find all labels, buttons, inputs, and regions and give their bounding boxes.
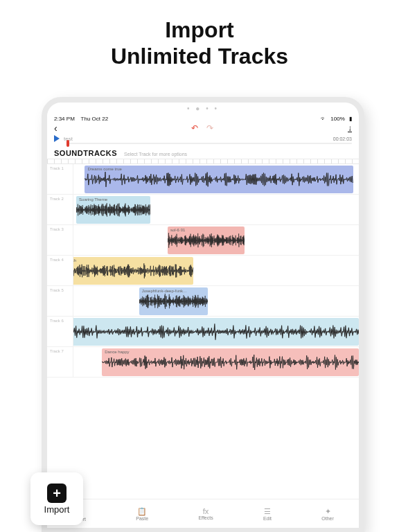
track-row[interactable]: Track 6Enough xyxy=(47,317,359,347)
audio-clip[interactable]: Enough xyxy=(73,318,359,346)
waveform xyxy=(76,200,150,220)
tab-label: Edit xyxy=(263,516,272,521)
soundtracks-label: SOUNDTRACKS xyxy=(54,149,117,157)
nav-bar: ‹ ↶ ↷ ↓ xyxy=(47,122,359,134)
scrub-bar[interactable] xyxy=(47,143,359,146)
waveform xyxy=(102,352,359,373)
track-row[interactable]: Track 5Josephfunk-deep-funk… xyxy=(47,286,359,317)
soundtracks-hint: Select Track for more options xyxy=(124,152,187,157)
track-lane[interactable]: Enough xyxy=(73,317,359,346)
redo-icon[interactable]: ↷ xyxy=(206,123,213,133)
sliders-icon: ☰ xyxy=(264,507,271,516)
battery-percent: 100% xyxy=(330,116,344,122)
battery-icon: ▮ xyxy=(349,116,352,122)
waveform xyxy=(73,321,359,342)
audio-clip[interactable]: sol-6 01 xyxy=(168,227,245,254)
track-lane[interactable]: sol-6 01 xyxy=(73,225,359,255)
tracks-container: Track 1Dreams come trueTrack 2Soaring Th… xyxy=(47,164,359,378)
marketing-line-2: Unlimited Tracks xyxy=(111,44,288,69)
wifi-icon: ᯤ xyxy=(321,116,326,122)
import-callout-label: Import xyxy=(44,504,70,515)
track-lane[interactable]: Nanas Brunch xyxy=(73,256,359,285)
status-date: Thu Oct 22 xyxy=(81,116,109,122)
track-row[interactable]: Track 7Dance happy xyxy=(47,347,359,378)
tab-label: Other xyxy=(321,516,334,521)
back-button[interactable]: ‹ xyxy=(54,123,57,134)
scrub-knob[interactable] xyxy=(66,140,69,147)
soundtracks-header: SOUNDTRACKS Select Track for more option… xyxy=(47,146,359,159)
track-lane-label: Track 5 xyxy=(47,286,73,316)
status-time-date: 2:34 PM Thu Oct 22 xyxy=(54,116,108,122)
audio-clip[interactable]: Dance happy xyxy=(102,348,359,376)
track-lane-label: Track 1 xyxy=(47,164,73,194)
track-row[interactable]: Track 1Dreams come true xyxy=(47,164,359,195)
track-lane[interactable]: Dance happy xyxy=(73,347,359,377)
playhead-time: 00:02:03 xyxy=(333,136,352,141)
track-lane[interactable]: Soaring Theme xyxy=(73,195,359,224)
bottom-tab-bar: ＋ Import 📋 Paste fx Effects ☰ Edit ✦ Oth… xyxy=(47,499,359,528)
player-row: test 00:02:03 xyxy=(47,134,359,143)
tab-effects[interactable]: fx Effects xyxy=(198,507,213,520)
grid-icon: ✦ xyxy=(325,507,331,516)
track-lane[interactable]: Dreams come true xyxy=(73,164,359,194)
track-lane[interactable]: Josephfunk-deep-funk… xyxy=(73,286,359,316)
undo-icon[interactable]: ↶ xyxy=(191,123,198,133)
track-lane-label: Track 7 xyxy=(47,347,73,377)
marketing-line-1: Import xyxy=(165,17,234,42)
status-bar: 2:34 PM Thu Oct 22 ᯤ 100% ▮ xyxy=(47,114,359,122)
track-row[interactable]: Track 2Soaring Theme xyxy=(47,195,359,225)
audio-clip[interactable]: Josephfunk-deep-funk… xyxy=(139,287,208,315)
camera-dots: • ● • • xyxy=(47,103,359,114)
audio-clip[interactable]: Dreams come true xyxy=(85,166,353,193)
tablet-frame: • ● • • 2:34 PM Thu Oct 22 ᯤ 100% ▮ ‹ ↶ … xyxy=(42,97,364,532)
tab-label: Effects xyxy=(198,515,213,520)
waveform xyxy=(73,260,193,281)
tab-label: Paste xyxy=(136,516,148,521)
status-right: ᯤ 100% ▮ xyxy=(318,116,352,122)
marketing-headline: Import Unlimited Tracks xyxy=(0,17,399,70)
download-button[interactable]: ↓ xyxy=(348,123,352,133)
track-lane-label: Track 4 xyxy=(47,256,73,285)
track-lane-label: Track 2 xyxy=(47,195,73,224)
status-time: 2:34 PM xyxy=(54,116,75,122)
fx-icon: fx xyxy=(203,507,209,515)
track-lane-label: Track 3 xyxy=(47,225,73,255)
clipboard-icon: 📋 xyxy=(137,507,147,516)
waveform xyxy=(139,291,208,312)
tab-other[interactable]: ✦ Other xyxy=(321,507,334,521)
audio-clip[interactable]: Soaring Theme xyxy=(76,196,150,224)
audio-clip[interactable]: Nanas Brunch xyxy=(73,257,193,285)
play-button[interactable] xyxy=(54,135,60,142)
track-lane-label: Track 6 xyxy=(47,317,73,346)
plus-square-icon: + xyxy=(47,484,66,503)
waveform xyxy=(168,230,245,251)
timeline-ruler[interactable] xyxy=(47,159,359,164)
track-row[interactable]: Track 3sol-6 01 xyxy=(47,225,359,256)
waveform xyxy=(85,169,353,190)
tab-edit[interactable]: ☰ Edit xyxy=(263,507,272,521)
import-callout-badge: + Import xyxy=(30,472,83,525)
tab-paste[interactable]: 📋 Paste xyxy=(136,507,148,521)
track-row[interactable]: Track 4Nanas Brunch xyxy=(47,256,359,286)
